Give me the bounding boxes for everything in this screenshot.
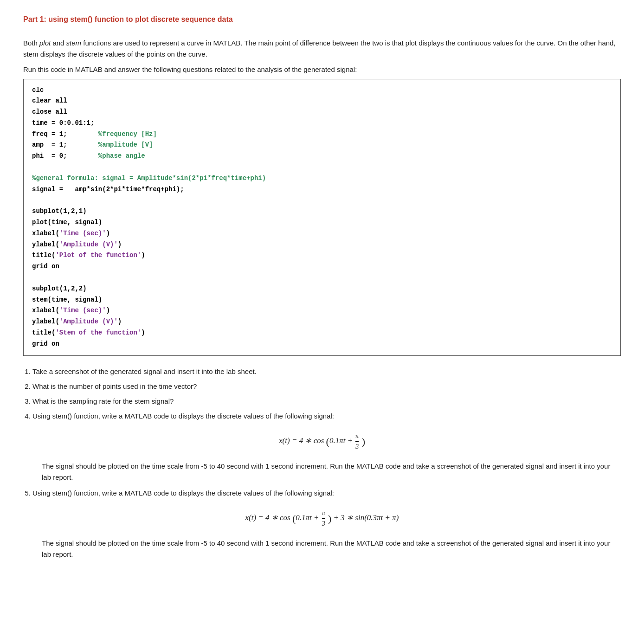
signal-note-4: The signal should be plotted on the time… [42,461,621,483]
title-divider [23,29,621,29]
question-4: Using stem() function, write a MATLAB co… [32,411,621,422]
questions-list: Take a screenshot of the generated signa… [32,366,621,422]
signal-note-5: The signal should be plotted on the time… [42,538,621,560]
page-title: Part 1: using stem() function to plot di… [23,14,621,25]
question-2: What is the number of points used in the… [32,381,621,392]
formula-4: x(t) = 4 ∗ cos (0.1πt + π 3 ) [23,431,621,451]
question-5: Using stem() function, write a MATLAB co… [32,488,621,499]
formula-5: x(t) = 4 ∗ cos (0.1πt + π 3 ) + 3 ∗ sin(… [23,508,621,528]
question-3: What is the sampling rate for the stem s… [32,396,621,407]
question-1: Take a screenshot of the generated signa… [32,366,621,377]
questions-list-2: Using stem() function, write a MATLAB co… [32,488,621,499]
intro-paragraph: Both plot and stem functions are used to… [23,38,621,60]
run-instruction: Run this code in MATLAB and answer the f… [23,64,621,75]
code-block: clc clear all close all time = 0:0.01:1;… [23,79,621,356]
